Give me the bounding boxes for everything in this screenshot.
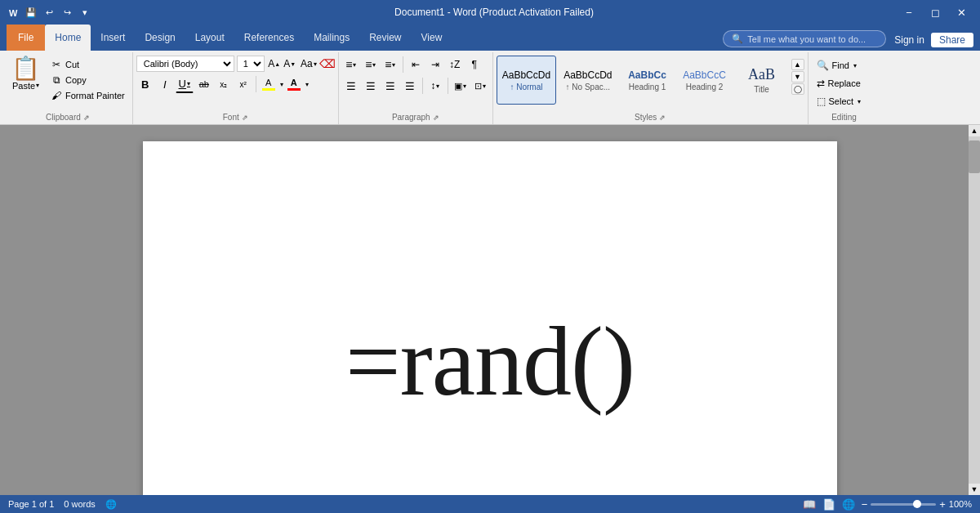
close-button[interactable]: ✕ — [949, 1, 973, 24]
font-color-button[interactable]: A — [285, 75, 303, 93]
tab-view[interactable]: View — [412, 25, 452, 51]
paragraph-expand-icon[interactable]: ⇗ — [433, 114, 439, 122]
bold-button[interactable]: B — [136, 75, 154, 93]
format-painter-button[interactable]: 🖌 Format Painter — [47, 88, 129, 103]
select-icon: ⬚ — [817, 96, 826, 107]
minimize-button[interactable]: − — [897, 1, 921, 24]
undo-icon[interactable]: ↩ — [42, 6, 56, 19]
scroll-track[interactable] — [969, 136, 980, 484]
sign-in-button[interactable]: Sign in — [894, 34, 924, 46]
cut-button[interactable]: ✂ Cut — [47, 57, 129, 72]
redo-icon[interactable]: ↪ — [60, 6, 74, 19]
tab-mailings[interactable]: Mailings — [304, 25, 359, 51]
style-normal[interactable]: AaBbCcDd ↑ Normal — [497, 56, 556, 105]
scroll-up-button[interactable]: ▲ — [969, 125, 980, 136]
strikethrough-button[interactable]: ab — [195, 75, 213, 93]
document-page[interactable]: =rand() — [143, 141, 837, 495]
numbering-button[interactable]: ≡▾ — [362, 56, 380, 74]
italic-button[interactable]: I — [156, 75, 174, 93]
paste-button[interactable]: 📋 Paste ▾ — [7, 56, 45, 92]
ribbon-tabs: File Home Insert Design Layout Reference… — [0, 25, 980, 51]
tab-insert[interactable]: Insert — [91, 25, 135, 51]
share-button[interactable]: Share — [931, 33, 973, 47]
increase-indent-button[interactable]: ⇥ — [426, 56, 444, 74]
style-title[interactable]: AaB Title — [734, 56, 790, 105]
tab-layout[interactable]: Layout — [185, 25, 234, 51]
subscript-button[interactable]: x₂ — [215, 75, 233, 93]
style-title-preview: AaB — [748, 66, 775, 83]
borders-button[interactable]: ⊡▾ — [471, 77, 489, 95]
window-title: Document1 - Word (Product Activation Fai… — [91, 7, 897, 18]
font-size-decrease-button[interactable]: A▼ — [283, 56, 297, 71]
font-size-select[interactable]: 11 — [237, 56, 265, 72]
scroll-thumb[interactable] — [969, 141, 980, 173]
select-button[interactable]: ⬚ Select ▾ — [812, 93, 877, 109]
title-bar-controls: − ◻ ✕ — [897, 1, 973, 24]
highlight-dropdown-icon: ▾ — [280, 81, 283, 88]
style-no-spacing[interactable]: AaBbCcDd ↑ No Spac... — [558, 56, 617, 105]
search-placeholder: Tell me what you want to do... — [747, 34, 866, 44]
align-left-button[interactable]: ☰ — [342, 77, 360, 95]
document-content[interactable]: =rand() — [345, 308, 635, 416]
justify-button[interactable]: ☰ — [401, 77, 419, 95]
document-area: =rand() ▲ ▼ — [0, 125, 980, 495]
tab-file[interactable]: File — [7, 25, 45, 51]
word-logo-icon: W — [7, 6, 20, 19]
title-bar-left: W 💾 ↩ ↪ ▾ — [7, 6, 91, 19]
vertical-scrollbar[interactable]: ▲ ▼ — [969, 125, 980, 495]
paste-label: Paste — [12, 81, 35, 91]
tab-home[interactable]: Home — [45, 25, 91, 51]
print-layout-icon[interactable]: 📄 — [822, 498, 835, 511]
line-spacing-button[interactable]: ↕▾ — [426, 77, 444, 95]
styles-scroll-up[interactable]: ▲ — [791, 59, 804, 70]
align-center-button[interactable]: ☰ — [362, 77, 380, 95]
font-group: Calibri (Body) 11 A▲ A▼ Aa▾ ⌫ B I U ▾ — [133, 52, 339, 124]
copy-button[interactable]: ⧉ Copy — [47, 73, 129, 87]
tab-review[interactable]: Review — [359, 25, 411, 51]
zoom-thumb[interactable] — [913, 500, 921, 508]
tab-references[interactable]: References — [234, 25, 304, 51]
save-icon[interactable]: 💾 — [24, 6, 38, 19]
clear-formatting-button[interactable]: ⌫ — [320, 56, 335, 71]
font-name-select[interactable]: Calibri (Body) — [136, 56, 234, 72]
font-color-dropdown-icon: ▾ — [305, 81, 309, 88]
multilevel-list-button[interactable]: ≡▾ — [381, 56, 399, 74]
zoom-plus-button[interactable]: + — [939, 498, 946, 511]
styles-expand[interactable]: ◯ — [791, 83, 804, 95]
shading-button[interactable]: ▣▾ — [452, 77, 470, 95]
scroll-down-button[interactable]: ▼ — [969, 484, 980, 495]
sort-button[interactable]: ↕Z — [446, 56, 464, 74]
replace-button[interactable]: ⇄ Replace — [812, 75, 877, 91]
clipboard-expand-icon[interactable]: ⇗ — [83, 114, 90, 122]
style-heading1-preview: AaBbCc — [628, 69, 666, 81]
find-icon: 🔍 — [817, 60, 829, 71]
find-button[interactable]: 🔍 Find ▾ — [812, 57, 877, 74]
search-box[interactable]: 🔍 Tell me what you want to do... — [723, 30, 886, 47]
font-expand-icon[interactable]: ⇗ — [242, 114, 248, 122]
clipboard-group: 📋 Paste ▾ ✂ Cut ⧉ Copy 🖌 Format Painter — [3, 52, 133, 124]
customize-quick-access-icon[interactable]: ▾ — [78, 6, 91, 19]
show-marks-button[interactable]: ¶ — [466, 56, 483, 74]
style-title-label: Title — [754, 85, 769, 94]
superscript-button[interactable]: x² — [234, 75, 252, 93]
styles-expand-icon[interactable]: ⇗ — [659, 114, 666, 122]
tab-design[interactable]: Design — [135, 25, 185, 51]
web-layout-icon[interactable]: 🌐 — [842, 498, 855, 511]
underline-button[interactable]: U ▾ — [176, 75, 194, 93]
font-size-increase-button[interactable]: A▲ — [267, 56, 282, 71]
font-separator — [256, 76, 256, 92]
styles-scroll-down[interactable]: ▼ — [791, 71, 804, 83]
editing-label: Editing — [812, 111, 877, 124]
zoom-minus-button[interactable]: − — [862, 498, 868, 511]
text-highlight-button[interactable]: A — [260, 75, 278, 93]
change-case-button[interactable]: Aa▾ — [300, 56, 318, 71]
restore-button[interactable]: ◻ — [923, 1, 947, 24]
read-mode-icon[interactable]: 📖 — [803, 498, 816, 511]
style-heading1[interactable]: AaBbCc Heading 1 — [620, 56, 675, 105]
bullets-button[interactable]: ≡▾ — [342, 56, 360, 74]
style-heading2[interactable]: AaBbCcC Heading 2 — [677, 56, 733, 105]
clipboard-label: Clipboard ⇗ — [7, 111, 129, 124]
zoom-track[interactable] — [871, 503, 936, 506]
align-right-button[interactable]: ☰ — [381, 77, 399, 95]
decrease-indent-button[interactable]: ⇤ — [407, 56, 425, 74]
